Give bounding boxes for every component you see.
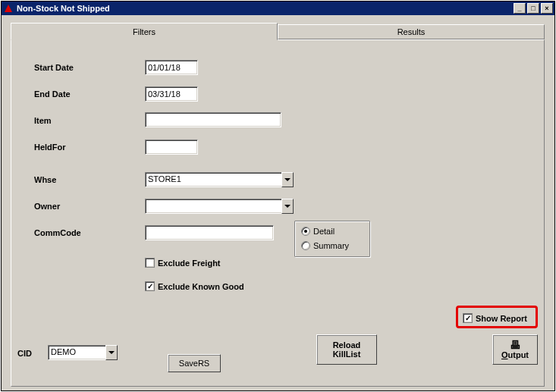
owner-combo[interactable] [145, 199, 294, 214]
detail-radio-row[interactable]: Detail [301, 227, 335, 236]
whse-combo[interactable]: STORE1 [145, 172, 294, 187]
save-rs-label: SaveRS [179, 359, 209, 368]
output-button[interactable]: 🖶 Output [492, 334, 538, 365]
exclude-freight-label: Exclude Freight [158, 259, 221, 268]
whse-value[interactable]: STORE1 [145, 172, 281, 187]
window-controls: _ □ × [514, 3, 553, 14]
commcode-label: CommCode [34, 228, 81, 237]
summary-radio-label: Summary [313, 241, 349, 250]
tab-strip: Filters Results [11, 23, 545, 39]
show-report-checkbox[interactable] [463, 313, 473, 323]
minimize-button[interactable]: _ [514, 3, 526, 14]
exclude-freight-checkbox[interactable] [145, 258, 155, 268]
reload-killlist-line2: KillList [333, 350, 361, 359]
end-date-label: End Date [34, 89, 71, 99]
show-report-label: Show Report [476, 314, 527, 323]
detail-radio-label: Detail [313, 227, 335, 236]
commcode-input[interactable] [145, 225, 274, 240]
summary-radio[interactable] [301, 241, 310, 250]
start-date-label: Start Date [34, 63, 74, 72]
output-label: Output [501, 350, 529, 359]
save-rs-button[interactable]: SaveRS [168, 354, 221, 372]
tab-filters[interactable]: Filters [11, 23, 278, 40]
tab-panel: Filters Results Start Date End Date Item… [11, 23, 545, 387]
end-date-input[interactable] [145, 86, 198, 102]
heldfor-label: HeldFor [34, 143, 66, 152]
owner-value[interactable] [145, 199, 281, 214]
app-icon [3, 3, 14, 14]
client-area: Filters Results Start Date End Date Item… [2, 15, 554, 390]
reload-killlist-button[interactable]: Reload KillList [316, 334, 377, 365]
cid-dropdown-button[interactable] [105, 345, 118, 360]
summary-radio-row[interactable]: Summary [301, 241, 349, 250]
printer-icon: 🖶 [510, 340, 520, 350]
tab-results[interactable]: Results [278, 24, 545, 39]
owner-dropdown-button[interactable] [281, 199, 294, 214]
tab-filters-label: Filters [133, 27, 155, 36]
cid-combo[interactable]: DEMO [48, 345, 118, 360]
whse-dropdown-button[interactable] [281, 172, 294, 187]
cid-value[interactable]: DEMO [48, 345, 105, 360]
filters-panel: Start Date End Date Item HeldFor Whse ST… [11, 39, 545, 387]
exclude-known-good-label: Exclude Known Good [158, 282, 244, 291]
show-report-row[interactable]: Show Report [463, 313, 527, 323]
svg-marker-0 [5, 5, 12, 12]
owner-label: Owner [34, 202, 60, 211]
maximize-button[interactable]: □ [527, 3, 539, 14]
item-label: Item [34, 116, 52, 125]
exclude-known-good-checkbox[interactable] [145, 281, 155, 291]
heldfor-input[interactable] [145, 140, 198, 155]
exclude-known-good-row[interactable]: Exclude Known Good [145, 281, 244, 291]
start-date-input[interactable] [145, 60, 198, 75]
title-bar: Non-Stock Not Shipped _ □ × [2, 2, 554, 15]
item-input[interactable] [145, 112, 281, 127]
detail-radio[interactable] [301, 227, 310, 236]
exclude-freight-row[interactable]: Exclude Freight [145, 258, 221, 268]
close-button[interactable]: × [541, 3, 553, 14]
window-title: Non-Stock Not Shipped [17, 4, 514, 13]
cid-label: CID [17, 349, 32, 358]
tab-results-label: Results [397, 27, 426, 36]
app-window: Non-Stock Not Shipped _ □ × Filters Resu… [1, 1, 555, 391]
whse-label: Whse [34, 175, 56, 184]
reload-killlist-line1: Reload [333, 340, 361, 350]
detail-summary-group: Detail Summary [294, 221, 370, 257]
